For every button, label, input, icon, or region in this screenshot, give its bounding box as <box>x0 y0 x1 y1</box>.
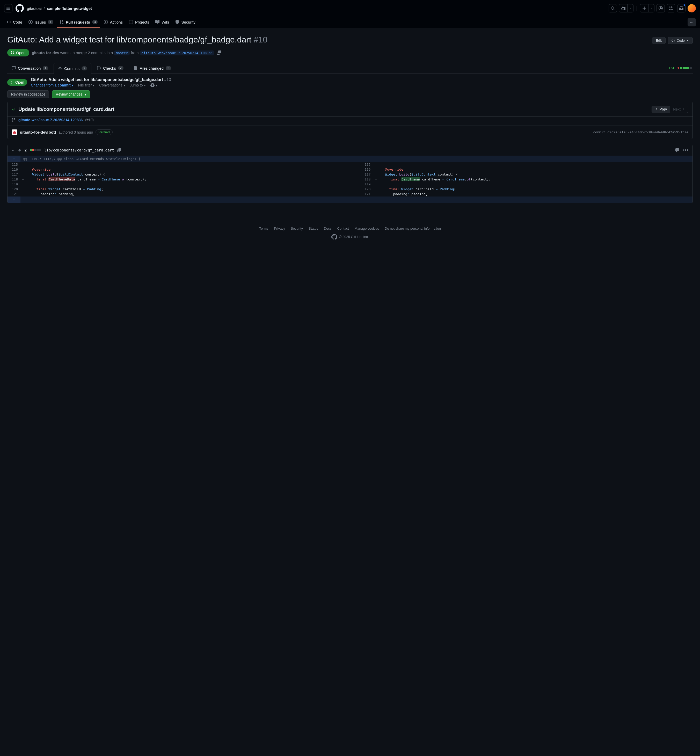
tab-label: Security <box>181 20 195 24</box>
pr-tabs: Conversation 1 Commits 2 Checks 2 Files … <box>7 62 693 74</box>
additions: +51 <box>669 66 674 70</box>
commit-author[interactable]: gitauto-for-dev[bot] <box>20 130 56 134</box>
tab-files-changed[interactable]: Files changed 2 <box>129 62 175 73</box>
tab-label: Actions <box>110 20 123 24</box>
tab-label: Conversation <box>18 66 41 70</box>
hunk-text: @@ -115,7 +115,7 @@ class GFCard extends… <box>20 156 692 162</box>
chevron-down-icon <box>85 92 86 96</box>
diff-stat: +51 −1 <box>669 66 692 70</box>
footer-link[interactable]: Privacy <box>274 226 285 230</box>
repo-nav-overflow[interactable] <box>688 18 696 27</box>
comment-icon[interactable] <box>675 148 679 152</box>
footer-link[interactable]: Terms <box>259 226 268 230</box>
tab-label: Files changed <box>139 66 164 70</box>
create-dropdown[interactable] <box>648 4 655 12</box>
tab-projects[interactable]: Projects <box>127 17 152 28</box>
changes-from[interactable]: Changes from 1 commit ▾ <box>31 83 73 87</box>
tab-commits[interactable]: Commits 2 <box>53 63 91 74</box>
base-branch[interactable]: master <box>114 50 130 55</box>
review-changes-button[interactable]: Review changes <box>52 91 90 98</box>
copilot-split-button[interactable] <box>619 4 633 12</box>
tab-checks[interactable]: Checks 2 <box>92 62 128 73</box>
code-button-label: Code <box>677 39 685 42</box>
head-branch[interactable]: gitauto-wes/issue-7-20250214-120836 <box>140 50 214 55</box>
tab-label: Issues <box>35 20 46 24</box>
hunk-footer <box>8 197 692 203</box>
tab-conversation[interactable]: Conversation 1 <box>7 62 53 73</box>
create-split-button[interactable] <box>640 4 655 12</box>
issues-icon[interactable] <box>656 4 665 12</box>
tab-actions[interactable]: Actions <box>101 17 125 28</box>
commit-title: Update lib/components/card/gf_card.dart <box>19 106 114 112</box>
footer-link[interactable]: Contact <box>338 226 349 230</box>
prev-button[interactable]: Prev <box>652 106 670 112</box>
footer-links: Terms Privacy Security Status Docs Conta… <box>0 226 700 230</box>
issues-count: 1 <box>48 20 53 24</box>
tab-label: Code <box>13 20 22 24</box>
prev-next-nav: Prev Next <box>652 106 688 113</box>
global-header: gitautoai / sample-flutter-getwidget <box>0 0 700 17</box>
pr-header: GitAuto: Add a widget test for lib/compo… <box>7 34 693 45</box>
copy-icon[interactable] <box>217 50 221 55</box>
commit-sha: commit c2c2a6efe37e451405253844464d8c42a… <box>593 130 688 134</box>
tab-pull-requests[interactable]: Pull requests 3 <box>57 17 100 28</box>
footer-link[interactable]: Manage cookies <box>355 226 379 230</box>
file-path[interactable]: lib/components/card/gf_card.dart <box>44 148 114 152</box>
repo-nav: Code Issues 1 Pull requests 3 Actions Pr… <box>0 17 700 28</box>
verified-badge[interactable]: Verified <box>95 130 112 135</box>
pull-requests-icon[interactable] <box>667 4 675 12</box>
pr-author[interactable]: gitauto-for-dev <box>32 50 59 55</box>
tab-security[interactable]: Security <box>173 17 198 28</box>
expand-icon[interactable] <box>18 148 22 152</box>
pr-meta: Open gitauto-for-dev wants to merge 2 co… <box>7 49 693 56</box>
footer-link[interactable]: Do not share my personal information <box>385 226 441 230</box>
jump-to[interactable]: Jump to ▾ <box>130 83 146 87</box>
commit-branch-pr[interactable]: (#10) <box>85 118 94 122</box>
kebab-icon[interactable]: ••• <box>683 148 689 153</box>
code-button[interactable]: Code <box>668 37 693 44</box>
footer-brand: © 2025 GitHub, Inc. <box>0 234 700 240</box>
pr-meta-text: gitauto-for-dev wants to merge 2 commits… <box>32 50 214 55</box>
github-logo[interactable] <box>16 4 24 12</box>
state-badge-small: Open <box>7 79 27 86</box>
inbox-icon[interactable] <box>677 4 686 12</box>
bot-avatar[interactable] <box>12 130 17 135</box>
hamburger-button[interactable] <box>4 4 12 12</box>
user-avatar[interactable] <box>688 4 696 12</box>
copilot-dropdown[interactable] <box>627 4 633 12</box>
file-filter[interactable]: File filter ▾ <box>78 83 94 87</box>
search-button[interactable] <box>609 4 617 12</box>
footer-link[interactable]: Status <box>309 226 318 230</box>
tab-label: Commits <box>64 66 80 71</box>
code-line: 119119 <box>8 182 692 187</box>
owner-link[interactable]: gitautoai <box>27 6 42 11</box>
footer: Terms Privacy Security Status Docs Conta… <box>0 219 700 253</box>
tab-code[interactable]: Code <box>4 17 25 28</box>
tab-issues[interactable]: Issues 1 <box>26 17 56 28</box>
conversations-filter[interactable]: Conversations ▾ <box>99 83 125 87</box>
copy-icon[interactable] <box>117 148 121 152</box>
state-badge: Open <box>7 49 29 56</box>
review-codespace-button[interactable]: Review in codespace <box>7 91 49 98</box>
github-icon[interactable] <box>331 234 337 240</box>
code-line: 115115 <box>8 162 692 167</box>
commit-branch[interactable]: gitauto-wes/issue-7-20250214-120836 <box>19 118 83 122</box>
header-actions <box>609 4 696 12</box>
next-button: Next <box>670 106 688 112</box>
diff-squares <box>30 149 41 151</box>
gear-icon[interactable]: ▾ <box>150 83 158 87</box>
plus-icon[interactable] <box>640 4 648 12</box>
chevron-down-icon[interactable] <box>11 148 15 152</box>
conversation-count: 1 <box>43 66 48 70</box>
state-label: Open <box>16 50 26 55</box>
footer-link[interactable]: Security <box>291 226 303 230</box>
footer-link[interactable]: Docs <box>324 226 331 230</box>
copilot-icon[interactable] <box>619 4 627 12</box>
expand-up-icon[interactable] <box>8 156 20 162</box>
expand-down-icon[interactable] <box>8 197 20 203</box>
checks-count: 2 <box>118 66 123 70</box>
repo-link[interactable]: sample-flutter-getwidget <box>47 6 92 11</box>
tab-wiki[interactable]: Wiki <box>153 17 171 28</box>
edit-button[interactable]: Edit <box>652 37 666 44</box>
diff-squares <box>680 67 692 69</box>
